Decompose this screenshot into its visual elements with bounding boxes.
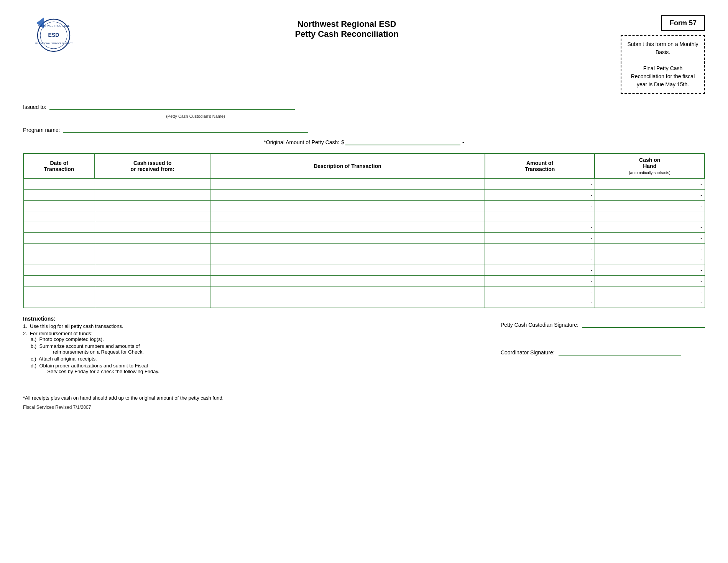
table-row: - - — [23, 179, 705, 189]
cash-cell-10[interactable] — [95, 286, 210, 297]
date-cell-8[interactable] — [23, 265, 95, 275]
original-amount-input[interactable] — [345, 137, 460, 145]
footer-bottom: Fiscal Services Revised 7/1/2007 — [23, 405, 705, 410]
cash-cell-4[interactable] — [95, 222, 210, 232]
col-header-hand: Cash onHand (automatically subtracts) — [595, 153, 705, 179]
amount-cell-2: - — [485, 200, 595, 211]
cash-cell-11[interactable] — [95, 297, 210, 308]
transaction-table: Date ofTransaction Cash issued toor rece… — [23, 153, 705, 308]
amount-cell-9: - — [485, 275, 595, 286]
form-fields: Issued to: (Petty Cash Custodian's Name)… — [23, 102, 705, 145]
cash-cell-6[interactable] — [95, 243, 210, 254]
date-cell-1[interactable] — [23, 189, 95, 200]
custodian-sig-label: Petty Cash Custodian Signature: — [501, 322, 578, 328]
form-number: Form 57 — [661, 15, 705, 31]
hand-cell-5: - — [595, 232, 705, 243]
table-row: - - — [23, 222, 705, 232]
footer-note: *All receipts plus cash on hand should a… — [23, 395, 705, 401]
table-row: - - — [23, 189, 705, 200]
issued-to-label: Issued to: — [23, 104, 46, 110]
date-cell-7[interactable] — [23, 254, 95, 265]
col-header-cash: Cash issued toor received from: — [95, 153, 210, 179]
svg-text:NORTHWEST REGIONAL: NORTHWEST REGIONAL — [38, 25, 70, 27]
amount-cell-8: - — [485, 265, 595, 275]
instruction-1: 1. Use this log for all petty cash trans… — [23, 323, 159, 329]
hand-cell-9: - — [595, 275, 705, 286]
custodian-sig-input[interactable] — [582, 319, 705, 328]
coordinator-sig-label: Coordinator Signature: — [501, 349, 555, 356]
date-cell-3[interactable] — [23, 211, 95, 222]
hand-cell-7: - — [595, 254, 705, 265]
amount-cell-5: - — [485, 232, 595, 243]
desc-cell-11[interactable] — [210, 297, 485, 308]
date-cell-5[interactable] — [23, 232, 95, 243]
title-area: Northwest Regional ESD Petty Cash Reconc… — [84, 15, 609, 39]
table-row: - - — [23, 243, 705, 254]
hand-cell-11: - — [595, 297, 705, 308]
desc-cell-7[interactable] — [210, 254, 485, 265]
desc-cell-6[interactable] — [210, 243, 485, 254]
date-cell-2[interactable] — [23, 200, 95, 211]
program-name-row: Program name: — [23, 125, 705, 133]
title-line1: Northwest Regional ESD — [84, 19, 609, 29]
desc-cell-1[interactable] — [210, 189, 485, 200]
col-header-desc: Description of Transaction — [210, 153, 485, 179]
table-row: - - — [23, 297, 705, 308]
date-cell-10[interactable] — [23, 286, 95, 297]
instructions-title: Instructions: — [23, 316, 159, 322]
cash-cell-1[interactable] — [95, 189, 210, 200]
program-name-input[interactable] — [63, 125, 308, 133]
date-cell-0[interactable] — [23, 179, 95, 189]
hand-cell-0: - — [595, 179, 705, 189]
cash-cell-3[interactable] — [95, 211, 210, 222]
amount-cell-1: - — [485, 189, 595, 200]
original-amount-label: *Original Amount of Petty Cash: — [264, 139, 339, 145]
cash-cell-9[interactable] — [95, 275, 210, 286]
hand-cell-3: - — [595, 211, 705, 222]
table-row: - - — [23, 232, 705, 243]
instruction-2: 2. For reimbursement of funds: a.) Photo… — [23, 331, 159, 374]
coordinator-sig-input[interactable] — [559, 347, 681, 356]
desc-cell-10[interactable] — [210, 286, 485, 297]
instruction-2c: c.) Attach all original receipts. — [31, 356, 159, 362]
auto-subtracts-label: (automatically subtracts) — [629, 171, 670, 175]
cash-cell-2[interactable] — [95, 200, 210, 211]
instruction-2b: b.) Summarize account numbers and amount… — [31, 343, 159, 355]
cash-cell-8[interactable] — [95, 265, 210, 275]
date-cell-4[interactable] — [23, 222, 95, 232]
desc-cell-3[interactable] — [210, 211, 485, 222]
desc-cell-8[interactable] — [210, 265, 485, 275]
original-amount-dash: - — [462, 139, 464, 145]
date-cell-9[interactable] — [23, 275, 95, 286]
hand-cell-6: - — [595, 243, 705, 254]
issued-to-input[interactable] — [49, 102, 295, 110]
submit-info: Submit this form on a Monthly Basis.Fina… — [621, 35, 705, 94]
dollar-sign: $ — [341, 139, 344, 145]
date-cell-11[interactable] — [23, 297, 95, 308]
hand-cell-10: - — [595, 286, 705, 297]
program-name-label: Program name: — [23, 127, 60, 133]
cash-cell-7[interactable] — [95, 254, 210, 265]
instruction-2d: d.) Obtain proper authorizations and sub… — [31, 363, 159, 374]
logo-icon: ESD NORTHWEST REGIONAL EDUCATIONAL SERVI… — [31, 15, 77, 54]
svg-text:EDUCATIONAL SERVICE DISTRICT: EDUCATIONAL SERVICE DISTRICT — [35, 42, 73, 44]
table-row: - - — [23, 265, 705, 275]
custodian-sig-row: Petty Cash Custodian Signature: — [501, 319, 705, 328]
desc-cell-4[interactable] — [210, 222, 485, 232]
cash-cell-5[interactable] — [95, 232, 210, 243]
original-amount-row: *Original Amount of Petty Cash: $ - — [23, 137, 705, 145]
amount-cell-7: - — [485, 254, 595, 265]
cash-cell-0[interactable] — [95, 179, 210, 189]
col-header-date: Date ofTransaction — [23, 153, 95, 179]
col-header-amount: Amount ofTransaction — [485, 153, 595, 179]
table-row: - - — [23, 286, 705, 297]
desc-cell-9[interactable] — [210, 275, 485, 286]
desc-cell-0[interactable] — [210, 179, 485, 189]
table-row: - - — [23, 211, 705, 222]
date-cell-6[interactable] — [23, 243, 95, 254]
desc-cell-2[interactable] — [210, 200, 485, 211]
table-row: - - — [23, 275, 705, 286]
issued-to-row: Issued to: — [23, 102, 705, 110]
desc-cell-5[interactable] — [210, 232, 485, 243]
table-row: - - — [23, 254, 705, 265]
